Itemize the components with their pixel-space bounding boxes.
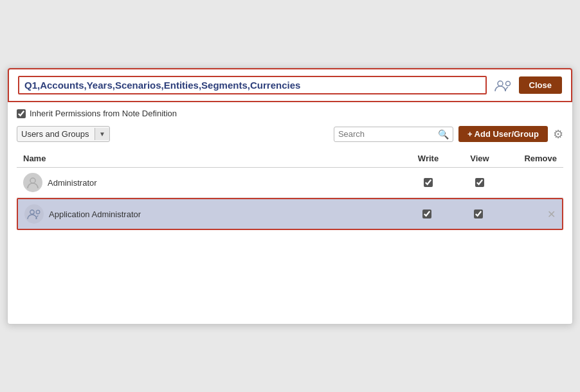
inherit-row: Inherit Permissions from Note Definition [17,109,563,118]
group-avatar-app-admin [24,204,44,224]
toolbar: Users and Groups Users Groups ▼ 🔍 + Add … [17,126,563,142]
view-checkbox-administrator[interactable] [475,178,484,187]
svg-point-3 [30,210,34,214]
write-check-administrator [403,178,454,187]
svg-point-2 [30,178,35,183]
svg-point-1 [505,81,510,85]
chevron-down-icon: ▼ [95,128,109,140]
write-checkbox-app-admin[interactable] [422,209,431,218]
filter-select-wrap: Users and Groups Users Groups ▼ [17,126,110,142]
view-check-app-admin [453,209,504,218]
user-avatar-administrator [23,173,42,192]
modal-body: Inherit Permissions from Note Definition… [8,102,572,242]
remove-cell-app-admin: ✕ [504,208,556,220]
view-checkbox-app-admin[interactable] [474,209,483,218]
table-row: Administrator [17,168,563,198]
permissions-modal: Q1,Accounts,Years,Scenarios,Entities,Seg… [7,67,573,325]
col-header-name: Name [23,154,403,163]
col-header-write: Write [403,154,454,163]
header-icons: Close [494,76,562,94]
modal-header: Q1,Accounts,Years,Scenarios,Entities,Seg… [8,68,572,102]
table-header: Name Write View Remove [17,150,563,168]
write-checkbox-administrator[interactable] [424,178,433,187]
svg-point-4 [36,210,40,214]
close-button[interactable]: Close [519,76,562,94]
table-row: Application Administrator ✕ [17,198,563,230]
write-check-app-admin [401,209,453,218]
row-name-app-admin: Application Administrator [24,204,401,224]
col-header-view: View [454,154,505,163]
search-icon: 🔍 [438,129,449,139]
search-input[interactable] [338,129,435,139]
view-check-administrator [454,178,505,187]
toolbar-right: 🔍 + Add User/Group ⚙ [334,126,563,142]
gear-icon[interactable]: ⚙ [553,127,563,141]
modal-title: Q1,Accounts,Years,Scenarios,Entities,Seg… [18,76,487,94]
col-header-remove: Remove [505,154,557,163]
users-manage-icon[interactable] [494,78,512,93]
inherit-checkbox[interactable] [17,109,26,118]
toolbar-left: Users and Groups Users Groups ▼ [17,126,110,142]
filter-select[interactable]: Users and Groups Users Groups [17,127,95,141]
search-wrap: 🔍 [334,127,453,142]
remove-button-app-admin[interactable]: ✕ [547,208,556,220]
user-name-administrator: Administrator [48,178,97,188]
user-name-app-admin: Application Administrator [49,209,141,219]
add-user-button[interactable]: + Add User/Group [458,126,548,142]
svg-point-0 [498,81,503,86]
row-name-administrator: Administrator [23,173,403,192]
inherit-label: Inherit Permissions from Note Definition [30,109,177,118]
